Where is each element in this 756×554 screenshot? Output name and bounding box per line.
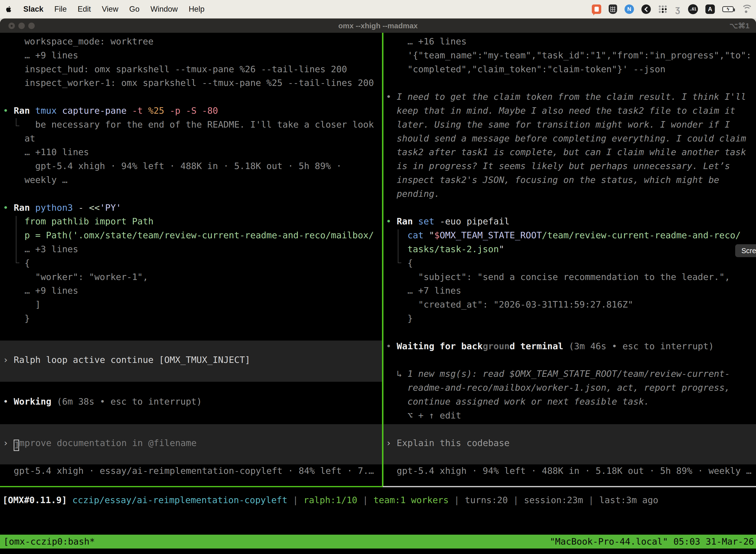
menu-item-help[interactable]: Help [189, 5, 205, 14]
terminal-line: keep that in mind. Maybe I also need the… [397, 104, 735, 118]
terminal-line: › Ralph loop active continue [OMX_TMUX_I… [3, 353, 250, 367]
dots-grid-icon[interactable] [658, 5, 667, 14]
close-button[interactable] [8, 22, 15, 29]
menu-bar-left: SlackFileEditViewGoWindowHelp [5, 5, 204, 14]
window-title: omx --xhigh --madmax [0, 19, 756, 33]
terminal-line: … +3 lines [24, 242, 78, 256]
terminal-line: { [24, 256, 30, 270]
terminal-line: be necessary for the end of the README. … [35, 118, 374, 131]
terminal-line: inspect_hud: omx sparkshell --tmux-pane … [24, 62, 347, 76]
screen-capture-icon[interactable] [641, 4, 651, 14]
terminal-line: "created_at": "2026-03-31T11:59:27.816Z" [418, 297, 633, 312]
output-connector [16, 118, 19, 126]
terminal-line: should send a message before completing … [397, 131, 746, 146]
shield-grid-icon[interactable] [609, 4, 617, 14]
menu-item-window[interactable]: Window [150, 5, 178, 14]
squiggle-icon[interactable]: ʒ [675, 4, 681, 14]
terminal-line: is in progress? It seems likely but perh… [397, 159, 730, 173]
menu-items: SlackFileEditViewGoWindowHelp [23, 5, 204, 14]
terminal-line: • Ran set -euo pipefail [386, 214, 510, 228]
terminal-line: • Ran python3 - <<'PY' [3, 201, 121, 215]
terminal-line: workspace_mode: worktree [24, 35, 153, 48]
terminal-line: • Working (6m 38s • esc to interrupt) [3, 395, 202, 408]
traffic-lights [8, 22, 35, 29]
pane-divider[interactable] [382, 33, 383, 486]
window-shortcut-badge: ⌥⌘1 [730, 19, 750, 33]
terminal-line: ] [35, 297, 41, 312]
omx-status-line: [OMX#0.11.9] cczip/essay/ai-reimplementa… [2, 493, 658, 507]
terminal-line: from pathlib import Path [24, 214, 153, 228]
terminal-line: … +9 lines [24, 284, 78, 297]
terminal-line: pending. [397, 187, 440, 201]
window-titlebar[interactable]: omx --xhigh --madmax ⌥⌘1 [0, 19, 756, 33]
terminal-line: • Waiting for background terminal (3m 46… [386, 339, 714, 353]
battery-charging-icon[interactable] [722, 6, 734, 12]
terminal-line: "worker": "worker-1", [35, 270, 148, 284]
terminal-line: "completed","claim_token":"claim-token"}… [407, 62, 666, 76]
tmux-session-label: [omx-cczip0:bash* [3, 535, 95, 549]
menu-item-edit[interactable]: Edit [78, 5, 91, 14]
terminal-line: readme-and-reco/mailbox/worker-1.json, a… [407, 381, 730, 395]
apple-icon[interactable] [5, 5, 12, 14]
terminal-line: task2 after task1 is complete, but can I… [397, 145, 746, 159]
terminal-line: } [24, 312, 30, 325]
terminal-line: "subject": "send a concise recommendatio… [418, 270, 730, 284]
menu-bar: SlackFileEditViewGoWindowHelp Nʒ..61A [0, 0, 756, 18]
zoom-button[interactable] [28, 22, 35, 29]
screenshot-notification[interactable]: Scre [735, 244, 756, 257]
menu-item-view[interactable]: View [102, 5, 118, 14]
menu-item-slack[interactable]: Slack [23, 5, 44, 14]
terminal-line: p = Path('.omx/state/team/review-current… [24, 228, 374, 242]
terminal-line: inspect task2's JSON, focusing on the st… [397, 173, 719, 187]
terminal-line: gpt-5.4 xhigh · 94% left · 488K in · 5.1… [397, 464, 751, 478]
tmux-host-clock: "MacBook-Pro-44.local" 05:03 31-Mar-26 [550, 535, 754, 549]
percent-badge-icon[interactable]: ..61 [688, 4, 698, 14]
terminal-line: gpt-5.4 xhigh · 94% left · 488K in · 5.1… [35, 159, 341, 173]
terminal-line: '{"team_name":"my-team","task_id":"1","f… [407, 48, 752, 62]
terminal-line: cat "$OMX_TEAM_STATE_ROOT/team/review-cu… [407, 228, 741, 242]
terminal-line: ↳ 1 new msg(s): read $OMX_TEAM_STATE_ROO… [397, 367, 730, 381]
terminal-window: omx --xhigh --madmax ⌥⌘1 workspace_mode:… [0, 18, 756, 554]
terminal-line: … +9 lines [24, 48, 78, 62]
terminal-line: gpt-5.4 xhigh · essay/ai-reimplementatio… [14, 464, 374, 478]
output-connector [398, 229, 401, 263]
input-source-icon[interactable]: A [705, 4, 715, 14]
terminal-line: … +16 lines [407, 35, 466, 48]
pane-border-active [0, 486, 383, 487]
terminal-line: • I need to get the claim token from the… [386, 90, 746, 104]
pane-border-inactive [383, 486, 756, 487]
terminal-line: { [407, 256, 413, 270]
terminal-line: › Improve documentation in @filename [3, 436, 197, 450]
blue-badge-icon[interactable]: N [625, 4, 634, 14]
terminal-line: • Ran tmux capture-pane -t %25 -p -S -80 [3, 104, 218, 118]
terminal-line: at [24, 131, 35, 146]
terminal-line: later. Using the same for transition mig… [397, 118, 730, 131]
status-icons: Nʒ..61A [592, 4, 751, 14]
tmux-status-bar: [omx-cczip0:bash* "MacBook-Pro-44.local"… [0, 535, 756, 549]
chat-app-icon[interactable] [592, 4, 601, 14]
menu-item-file[interactable]: File [54, 5, 67, 14]
right-pane[interactable]: … +16 lines'{"team_name":"my-team","task… [383, 33, 756, 486]
menu-item-go[interactable]: Go [129, 5, 139, 14]
text-cursor: I [14, 440, 19, 451]
wifi-icon[interactable] [741, 5, 751, 13]
terminal-line: … +110 lines [24, 145, 89, 159]
terminal-line: ⌥ + ↑ edit [407, 408, 461, 423]
output-connector [16, 216, 19, 263]
terminal-line: inspect_worker-1: omx sparkshell --tmux-… [24, 76, 374, 90]
terminal-line: continue assigned work or next feasible … [407, 395, 649, 408]
terminal-line: … +7 lines [407, 284, 461, 297]
left-pane[interactable]: workspace_mode: worktree… +9 linesinspec… [0, 33, 382, 486]
terminal-line: weekly … [24, 173, 67, 187]
terminal-line: } [407, 312, 413, 325]
minimize-button[interactable] [18, 22, 25, 29]
terminal-line: › Explain this codebase [386, 436, 510, 450]
terminal-line: tasks/task-2.json" [407, 242, 504, 256]
